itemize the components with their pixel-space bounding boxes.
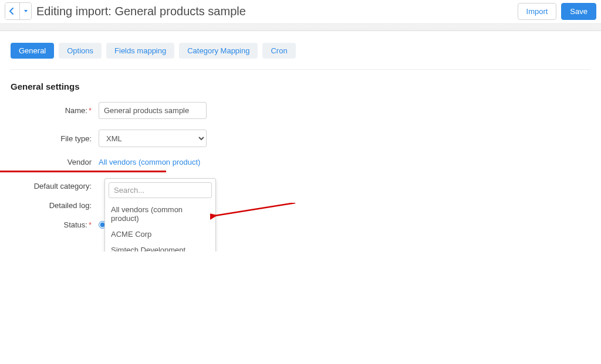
default-category-label: Default category: bbox=[11, 182, 99, 190]
name-label: Name:* bbox=[11, 106, 99, 115]
form-row-vendor: Vendor All vendors (common product) bbox=[11, 158, 590, 166]
vendor-picker-link[interactable]: All vendors (common product) bbox=[99, 158, 200, 166]
section-title: General settings bbox=[11, 81, 590, 91]
page-title: Editing import: General products sample bbox=[36, 5, 518, 18]
form-row-detailed-log: Detailed log: bbox=[11, 201, 590, 210]
status-label-text: Status: bbox=[63, 220, 87, 229]
tab-general[interactable]: General bbox=[11, 43, 54, 59]
subbar bbox=[0, 24, 601, 31]
dropdown-container: Default category: Detailed log: All vend… bbox=[11, 182, 590, 210]
form-row-file-type: File type: XML bbox=[11, 130, 590, 147]
file-type-select[interactable]: XML bbox=[99, 130, 207, 147]
file-type-label: File type: bbox=[11, 134, 99, 143]
form-row-name: Name:* bbox=[11, 102, 590, 119]
arrow-left-icon bbox=[9, 8, 16, 15]
dropdown-item-all-vendors[interactable]: All vendors (common product) bbox=[105, 202, 215, 226]
annotation-underline bbox=[0, 171, 166, 172]
tab-category-mapping[interactable]: Category Mapping bbox=[179, 43, 258, 59]
topbar: Editing import: General products sample … bbox=[0, 0, 601, 24]
header-actions: Import Save bbox=[518, 3, 596, 20]
back-button[interactable] bbox=[5, 3, 19, 19]
dropdown-search-wrap bbox=[105, 179, 215, 202]
status-label: Status:* bbox=[11, 220, 99, 229]
tab-fields-mapping[interactable]: Fields mapping bbox=[106, 43, 174, 59]
form-row-default-category: Default category: bbox=[11, 182, 590, 190]
form-row-status: Status:* Active Disabled bbox=[11, 220, 590, 229]
required-asterisk: * bbox=[89, 220, 92, 229]
caret-down-icon bbox=[23, 9, 28, 13]
dropdown-search-input[interactable] bbox=[109, 182, 212, 198]
back-button-group bbox=[5, 2, 32, 20]
required-asterisk: * bbox=[89, 106, 92, 115]
import-button[interactable]: Import bbox=[518, 3, 557, 20]
tab-options[interactable]: Options bbox=[59, 43, 102, 59]
detailed-log-label: Detailed log: bbox=[11, 201, 99, 210]
content: General Options Fields mapping Category … bbox=[0, 31, 601, 251]
dropdown-item-simtech[interactable]: Simtech Development bbox=[105, 242, 215, 251]
save-button[interactable]: Save bbox=[561, 3, 596, 20]
tab-cron[interactable]: Cron bbox=[262, 43, 295, 59]
vendor-label: Vendor bbox=[11, 158, 99, 166]
name-label-text: Name: bbox=[65, 106, 87, 115]
name-input[interactable] bbox=[99, 102, 207, 119]
vendor-dropdown-panel: All vendors (common product) ACME Corp S… bbox=[104, 178, 216, 251]
dropdown-item-acme[interactable]: ACME Corp bbox=[105, 226, 215, 242]
tab-row: General Options Fields mapping Category … bbox=[11, 43, 590, 70]
back-dropdown-button[interactable] bbox=[19, 3, 31, 19]
